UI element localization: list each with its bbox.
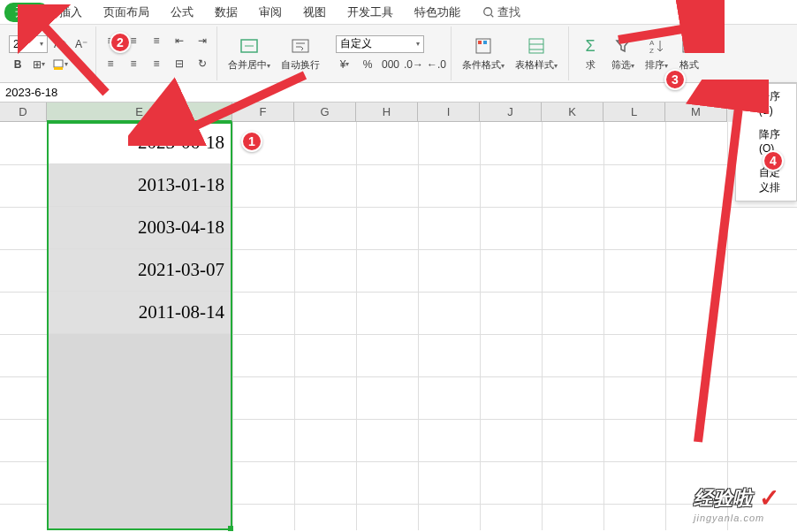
tab-insert[interactable]: 插入 — [49, 2, 93, 23]
number-group: 自定义▾ ¥▾ % 000 .0→ ←.0 — [330, 27, 452, 80]
indent-dec-icon[interactable]: ⇤ — [171, 33, 188, 49]
tab-data[interactable]: 数据 — [204, 2, 248, 23]
dec-decimal-icon[interactable]: ←.0 — [428, 57, 445, 72]
cell-e-4[interactable]: 2021-03-07 — [47, 249, 232, 292]
align-left-icon[interactable]: ≡ — [102, 56, 119, 72]
col-header-f[interactable]: F — [232, 103, 294, 122]
marker-3: 3 — [664, 69, 686, 90]
tab-review[interactable]: 审阅 — [248, 2, 292, 23]
svg-rect-6 — [292, 40, 308, 52]
align-center-icon[interactable]: ≡ — [125, 56, 142, 72]
menu-tabs: 开始 插入 页面布局 公式 数据 审阅 视图 开发工具 特色功能 查找 — [0, 0, 797, 25]
filter-button[interactable]: 筛选▾ — [606, 34, 640, 73]
svg-rect-2 — [54, 60, 63, 67]
col-header-i[interactable]: I — [418, 103, 480, 122]
marker-2: 2 — [110, 32, 131, 53]
sort-asc-item[interactable]: A↓ 升序(S) — [736, 84, 796, 122]
inc-decimal-icon[interactable]: .0→ — [405, 57, 422, 72]
svg-rect-8 — [478, 41, 482, 44]
merge-icon[interactable]: ⊟ — [171, 56, 188, 72]
filter-icon — [612, 35, 634, 57]
marker-1: 1 — [241, 131, 262, 152]
svg-point-0 — [484, 7, 492, 15]
comma-icon[interactable]: 000 — [382, 57, 399, 72]
search-icon — [480, 4, 497, 20]
svg-line-1 — [491, 14, 494, 17]
tab-page-layout[interactable]: 页面布局 — [93, 2, 160, 23]
col-header-h[interactable]: H — [356, 103, 418, 122]
tab-special[interactable]: 特色功能 — [404, 2, 471, 23]
tab-view[interactable]: 视图 — [292, 2, 337, 23]
col-header-k[interactable]: K — [542, 103, 603, 122]
marker-4: 4 — [763, 150, 784, 171]
cell-e-5[interactable]: 2011-08-14 — [47, 292, 232, 334]
sort-button[interactable]: AZ 排序▾ — [640, 34, 673, 73]
svg-rect-10 — [529, 39, 543, 53]
align-right-icon[interactable]: ≡ — [148, 56, 165, 72]
cell-e-3[interactable]: 2003-04-18 — [47, 207, 232, 249]
merge-center-icon — [239, 35, 260, 57]
sum-button[interactable]: Σ 求 — [574, 34, 606, 73]
auto-wrap-button[interactable]: 自动换行 — [276, 34, 325, 73]
indent-inc-icon[interactable]: ⇥ — [194, 33, 211, 49]
font-group: 20▾ A⁺ A⁻ B ⊞▾ ▾ — [4, 27, 96, 80]
orient-icon[interactable]: ↻ — [194, 56, 211, 72]
col-header-j[interactable]: J — [480, 103, 542, 122]
col-header-m[interactable]: M — [665, 103, 727, 122]
sort-icon: AZ — [646, 35, 667, 57]
number-format-select[interactable]: 自定义▾ — [336, 35, 424, 53]
svg-text:Z: Z — [649, 47, 654, 55]
percent-icon[interactable]: % — [359, 57, 376, 72]
search-area[interactable]: 查找 — [480, 4, 520, 20]
merge-group: 合并居中▾ 自动换行 — [217, 27, 330, 80]
edit-group: Σ 求 筛选▾ AZ 排序▾ 格式 — [569, 27, 710, 80]
fill-color-icon[interactable]: ▾ — [51, 57, 69, 72]
sum-icon: Σ — [580, 35, 601, 57]
tab-dev[interactable]: 开发工具 — [337, 2, 404, 23]
auto-wrap-icon — [290, 35, 311, 57]
bold-icon[interactable]: B — [9, 57, 27, 72]
table-style-icon — [526, 35, 547, 57]
cond-format-button[interactable]: 条件格式▾ — [457, 34, 510, 73]
svg-text:A: A — [649, 39, 655, 47]
format-icon — [679, 35, 700, 57]
table-style-button[interactable]: 表格样式▾ — [510, 34, 563, 73]
col-header-e[interactable]: E — [47, 103, 232, 122]
svg-rect-9 — [483, 41, 487, 44]
cond-format-icon — [473, 35, 494, 57]
font-size-input[interactable]: 20▾ — [9, 35, 48, 53]
decrease-font-icon[interactable]: A⁻ — [72, 36, 90, 52]
grid: D E F G H I J K L M 2023-06-18 — [0, 103, 797, 530]
align-bot-icon[interactable]: ≡ — [148, 33, 165, 49]
merge-center-button[interactable]: 合并居中▾ — [223, 34, 276, 73]
border-icon[interactable]: ⊞▾ — [30, 57, 48, 72]
column-headers: D E F G H I J K L M — [0, 103, 797, 122]
format-button[interactable]: 格式 — [673, 34, 705, 73]
style-group: 条件格式▾ 表格样式▾ — [452, 27, 569, 80]
col-header-g[interactable]: G — [294, 103, 356, 122]
svg-rect-15 — [683, 40, 695, 52]
svg-rect-3 — [54, 67, 63, 70]
col-header-d[interactable]: D — [0, 103, 47, 122]
sort-dropdown: A↓ 升序(S) 降序(O) 自定义排 — [735, 83, 797, 201]
watermark: 经验啦 ✓ jingyanla.com — [694, 483, 779, 523]
col-header-l[interactable]: L — [603, 103, 665, 122]
tab-formula[interactable]: 公式 — [160, 2, 204, 23]
sort-asc-icon: A↓ — [743, 98, 754, 108]
tab-start[interactable]: 开始 — [4, 3, 49, 22]
currency-icon[interactable]: ¥▾ — [336, 57, 353, 72]
cells-area[interactable]: 2023-06-18 2013-01-18 2003-04-18 2021-03… — [0, 122, 797, 530]
search-label: 查找 — [497, 4, 520, 20]
cell-e-2[interactable]: 2013-01-18 — [47, 164, 232, 207]
increase-font-icon[interactable]: A⁺ — [51, 36, 69, 52]
cell-e-1[interactable]: 2023-06-18 — [47, 122, 232, 164]
